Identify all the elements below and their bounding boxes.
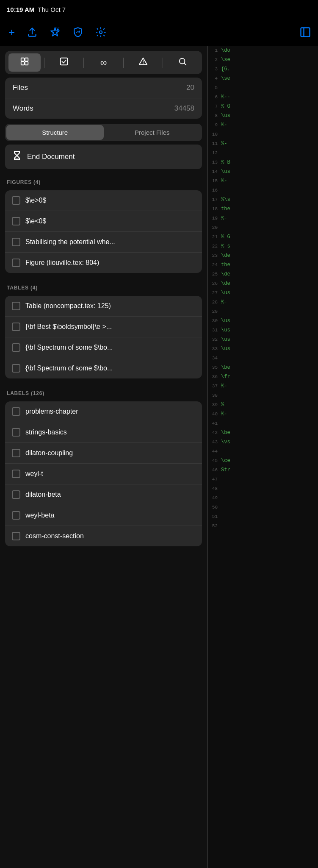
table-checkbox-1[interactable] xyxy=(12,302,20,310)
checkbox-icon xyxy=(59,57,69,68)
label-item-3[interactable]: dilaton-coupling xyxy=(5,443,202,464)
code-line: 7 % G xyxy=(207,102,318,111)
segment-structure[interactable]: Structure xyxy=(6,125,104,140)
code-line: 47 xyxy=(207,475,318,484)
label-item-7[interactable]: cosm-const-section xyxy=(5,526,202,546)
label-item-1[interactable]: problems-chapter xyxy=(5,401,202,422)
line-number: 34 xyxy=(207,353,221,363)
line-number: 49 xyxy=(207,493,221,503)
add-icon[interactable]: + xyxy=(8,26,15,39)
code-line: 38 xyxy=(207,391,318,400)
figure-text-4: Figure (liouville.tex: 804) xyxy=(25,259,195,267)
gear-icon[interactable] xyxy=(95,27,106,38)
figure-checkbox-1[interactable] xyxy=(12,196,20,205)
line-number: 15 xyxy=(207,176,221,186)
end-document-item[interactable]: End Document xyxy=(5,145,202,169)
line-number: 6 xyxy=(207,92,221,102)
label-checkbox-4[interactable] xyxy=(12,470,20,478)
figure-checkbox-3[interactable] xyxy=(12,238,20,246)
line-content: \us xyxy=(221,335,232,344)
figure-checkbox-4[interactable] xyxy=(12,259,20,267)
table-item-1[interactable]: Table (noncompact.tex: 125) xyxy=(5,296,202,317)
label-text-3: dilaton-coupling xyxy=(25,449,195,457)
sidebar-toggle[interactable] xyxy=(207,19,318,46)
table-item-4[interactable]: {\bf Spectrum of some $\bo... xyxy=(5,358,202,378)
line-content: %- xyxy=(221,176,229,186)
line-content xyxy=(221,503,223,512)
line-content: Str xyxy=(221,465,232,475)
filter-tab-search[interactable] xyxy=(166,53,199,72)
line-number: 44 xyxy=(207,447,221,456)
line-number: 32 xyxy=(207,335,221,344)
code-line: 39 % xyxy=(207,400,318,409)
share-icon[interactable] xyxy=(27,27,38,38)
filter-tab-warning[interactable] xyxy=(127,53,159,72)
figure-item-3[interactable]: Stabilising the potential whe... xyxy=(5,232,202,253)
label-item-2[interactable]: strings-basics xyxy=(5,422,202,443)
code-line: 1 \do xyxy=(207,46,318,55)
line-content: %- xyxy=(221,298,229,307)
filter-tab-checkbox[interactable] xyxy=(48,53,80,72)
label-item-6[interactable]: weyl-beta xyxy=(5,505,202,526)
code-line: 41 xyxy=(207,419,318,428)
figure-item-2[interactable]: $\e<0$ xyxy=(5,211,202,232)
svg-rect-5 xyxy=(301,28,310,37)
line-number: 37 xyxy=(207,381,221,391)
label-checkbox-6[interactable] xyxy=(12,511,20,520)
label-text-5: dilaton-beta xyxy=(25,491,195,498)
line-content xyxy=(221,353,223,363)
line-number: 11 xyxy=(207,139,221,148)
label-checkbox-3[interactable] xyxy=(12,449,20,457)
line-content xyxy=(221,186,223,195)
line-content: % G xyxy=(221,232,232,242)
figure-checkbox-2[interactable] xyxy=(12,217,20,225)
code-line: 31 \us xyxy=(207,326,318,335)
table-item-2[interactable]: {\bf Best $\boldsymbol{\e >... xyxy=(5,317,202,337)
line-number: 31 xyxy=(207,326,221,335)
toolbar: + xyxy=(0,19,207,46)
filter-tab-infinity[interactable]: ∞ xyxy=(87,54,119,72)
shield-icon[interactable] xyxy=(72,27,83,38)
line-number: 27 xyxy=(207,288,221,298)
label-checkbox-7[interactable] xyxy=(12,532,20,540)
line-content: %- xyxy=(221,120,229,130)
line-number: 47 xyxy=(207,475,221,484)
code-line: 22 % s xyxy=(207,242,318,251)
line-number: 22 xyxy=(207,242,221,251)
figure-item-4[interactable]: Figure (liouville.tex: 804) xyxy=(5,253,202,273)
table-checkbox-3[interactable] xyxy=(12,343,20,352)
line-content: %- xyxy=(221,214,229,223)
filter-divider-4 xyxy=(163,58,163,68)
table-item-3[interactable]: {\bf Spectrum of some $\bo... xyxy=(5,337,202,358)
table-checkbox-2[interactable] xyxy=(12,323,20,331)
label-checkbox-2[interactable] xyxy=(12,428,20,437)
code-line: 12 xyxy=(207,148,318,158)
filter-tab-layout[interactable] xyxy=(8,53,41,72)
line-content: % xyxy=(221,400,226,409)
label-checkbox-1[interactable] xyxy=(12,407,20,416)
line-content: %- xyxy=(221,139,229,148)
line-number: 12 xyxy=(207,148,221,158)
label-item-5[interactable]: dilaton-beta xyxy=(5,484,202,505)
table-checkbox-4[interactable] xyxy=(12,364,20,373)
figure-item-1[interactable]: $\e>0$ xyxy=(5,190,202,211)
words-label: Words xyxy=(13,104,33,113)
line-number: 43 xyxy=(207,437,221,447)
code-panel[interactable]: 1 \do 2 \se 3 {6. 4 \se 5 6 %-- 7 % G 8 … xyxy=(207,46,318,868)
line-number: 45 xyxy=(207,456,221,465)
line-content xyxy=(221,307,223,316)
code-line: 40 %- xyxy=(207,409,318,419)
code-line: 25 \de xyxy=(207,270,318,279)
segment-project-files[interactable]: Project Files xyxy=(104,125,201,140)
line-content: %- xyxy=(221,409,229,419)
line-number: 17 xyxy=(207,195,221,204)
sparkle-icon[interactable] xyxy=(50,27,61,38)
figure-text-1: $\e>0$ xyxy=(25,197,195,204)
label-item-4[interactable]: weyl-t xyxy=(5,464,202,484)
view-segment-control: Structure Project Files xyxy=(5,124,202,141)
line-number: 7 xyxy=(207,102,221,111)
svg-rect-11 xyxy=(61,58,68,65)
line-content: \de xyxy=(221,279,232,288)
label-checkbox-5[interactable] xyxy=(12,490,20,499)
code-line: 10 xyxy=(207,130,318,139)
